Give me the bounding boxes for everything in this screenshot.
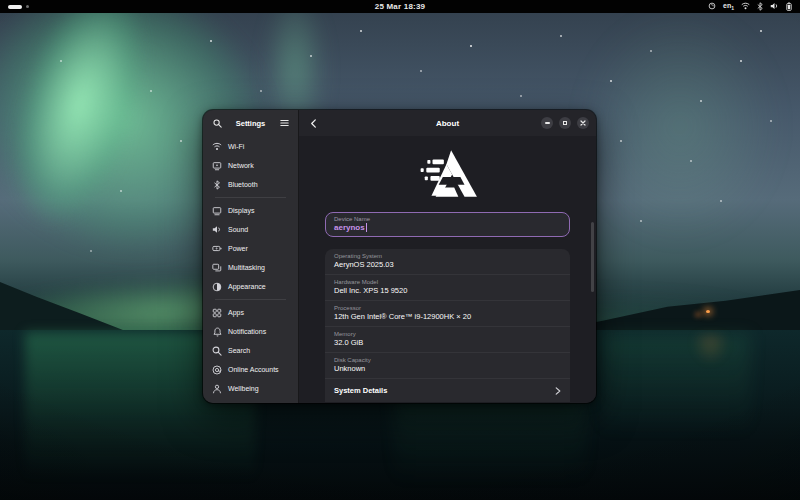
sidebar-item[interactable]: Search	[208, 341, 293, 360]
sidebar-item[interactable]: Online Accounts	[208, 360, 293, 379]
desktop: 25 Mar 18:39 en1	[0, 0, 800, 500]
info-row: Processor 12th Gen Intel® Core™ i9-12900…	[325, 301, 570, 327]
search-button[interactable]	[210, 116, 224, 130]
workspace-dot-icon	[26, 5, 29, 8]
sidebar-item[interactable]: Displays	[208, 201, 293, 220]
close-button[interactable]	[577, 117, 589, 129]
window-controls	[541, 117, 589, 129]
system-details-row[interactable]: System Details	[325, 379, 570, 402]
sidebar-item[interactable]: Wellbeing	[208, 379, 293, 398]
at-icon	[212, 365, 222, 375]
sidebar-item[interactable]: Wi-Fi	[208, 137, 293, 156]
menu-button[interactable]	[277, 116, 291, 130]
clock[interactable]: 25 Mar 18:39	[0, 2, 800, 11]
about-page: About	[299, 110, 596, 403]
search-icon	[212, 346, 222, 356]
info-row: Memory 32.0 GiB	[325, 327, 570, 353]
info-row: Disk Capacity Unknown	[325, 353, 570, 379]
system-info-card: Operating System AerynOS 2025.03 Hardwar…	[325, 249, 570, 402]
bell-icon	[212, 327, 222, 337]
battery-icon	[786, 2, 792, 11]
maximize-button[interactable]	[559, 117, 571, 129]
sidebar-item[interactable]: Bluetooth	[208, 175, 293, 194]
wifi-icon	[741, 2, 750, 10]
info-row: Hardware Model Dell Inc. XPS 15 9520	[325, 275, 570, 301]
device-name-label: Device Name	[334, 216, 561, 222]
display-icon	[212, 206, 222, 216]
device-name-value[interactable]: aerynos	[334, 223, 365, 232]
sidebar-header: Settings	[203, 110, 298, 136]
device-name-field[interactable]: Device Name aerynos	[325, 212, 570, 237]
scrollbar-thumb[interactable]	[591, 222, 594, 292]
sidebar-nav: Wi-Fi Network Bluetooth	[203, 136, 298, 398]
info-row: Operating System AerynOS 2025.03	[325, 249, 570, 275]
network-icon	[212, 161, 222, 171]
sound-icon	[212, 225, 222, 235]
sidebar-item[interactable]: Notifications	[208, 322, 293, 341]
minimize-icon	[545, 122, 550, 124]
bluetooth-icon	[757, 2, 763, 11]
chevron-right-icon	[555, 387, 561, 395]
settings-sidebar: Settings Wi-Fi Network	[203, 110, 299, 403]
workspace-pill-icon	[8, 5, 22, 9]
sidebar-item[interactable]: Sound	[208, 220, 293, 239]
power-icon	[212, 244, 222, 254]
aerynos-logo	[417, 148, 479, 200]
text-caret	[366, 223, 367, 232]
content-header: About	[299, 110, 596, 136]
back-button[interactable]	[306, 116, 320, 130]
close-icon	[580, 120, 586, 126]
volume-icon	[770, 2, 779, 10]
status-area[interactable]: en1	[708, 2, 792, 11]
minimize-button[interactable]	[541, 117, 553, 129]
appearance-icon	[212, 282, 222, 292]
sidebar-item[interactable]: Power	[208, 239, 293, 258]
sidebar-item[interactable]: Apps	[208, 303, 293, 322]
maximize-icon	[563, 121, 567, 125]
sidebar-item[interactable]: Network	[208, 156, 293, 175]
sidebar-item[interactable]: Multitasking	[208, 258, 293, 277]
apps-icon	[212, 308, 222, 318]
sidebar-title: Settings	[224, 119, 277, 128]
multitasking-icon	[212, 263, 222, 273]
settings-window: Settings Wi-Fi Network	[203, 110, 596, 403]
sidebar-item[interactable]: Appearance	[208, 277, 293, 296]
top-bar: 25 Mar 18:39 en1	[0, 0, 800, 13]
bluetooth-icon	[212, 180, 222, 190]
sidebar-separator	[215, 299, 286, 300]
workspace-indicator[interactable]	[8, 5, 29, 9]
keyboard-layout-indicator: en1	[723, 2, 734, 11]
wellbeing-icon	[212, 384, 222, 394]
status-indicator-icon	[708, 2, 716, 10]
about-scroll-area: Device Name aerynos Operating System Aer…	[299, 136, 596, 403]
wifi-icon	[212, 142, 222, 152]
sidebar-separator	[215, 197, 286, 198]
